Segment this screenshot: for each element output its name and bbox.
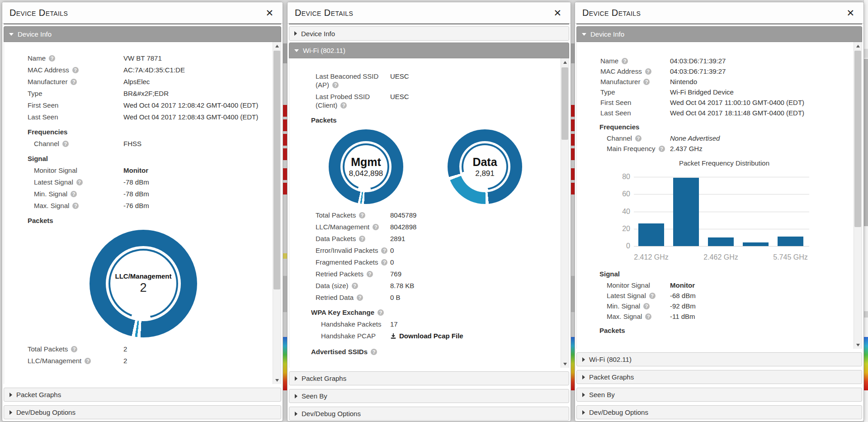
field-row: MAC Address?AC:7A:4D:35:C1:DE	[4, 66, 281, 74]
accordion-packet-graphs[interactable]: Packet Graphs	[576, 370, 862, 384]
help-icon[interactable]: ?	[381, 247, 387, 254]
help-icon[interactable]: ?	[373, 224, 379, 230]
scroll-up-icon[interactable]	[273, 42, 281, 50]
close-icon[interactable]: ✕	[844, 7, 856, 19]
field-value: -92 dBm	[670, 302, 862, 310]
help-icon[interactable]: ?	[381, 259, 387, 266]
field-value: 769	[390, 270, 569, 278]
field-label: Retried Packets?	[289, 270, 390, 278]
field-value: 8042898	[390, 223, 569, 231]
wifi-content: Last Beaconed SSID (AP)?UESCLast Probed …	[289, 58, 569, 368]
field-value: UESC	[390, 92, 569, 109]
help-icon[interactable]: ?	[62, 141, 69, 147]
accordion-packet-graphs[interactable]: Packet Graphs	[4, 388, 281, 402]
field-value: 0 B	[390, 293, 569, 302]
section-header-device-info[interactable]: Device Info	[4, 26, 281, 42]
help-icon[interactable]: ?	[71, 79, 77, 85]
field-value: Wi-Fi Bridged Device	[670, 88, 862, 96]
x-axis-labels: 2.412 GHz2.462 GHz5.745 GHz	[606, 253, 809, 264]
field-value[interactable]: Download Pcap File	[390, 332, 569, 341]
help-icon[interactable]: ?	[659, 146, 665, 152]
scrollbar[interactable]	[273, 42, 281, 384]
scrollbar-thumb[interactable]	[561, 67, 568, 140]
help-icon[interactable]: ?	[635, 135, 642, 142]
help-icon[interactable]: ?	[371, 349, 377, 355]
accordion-dev-debug-options[interactable]: Dev/Debug Options	[289, 407, 569, 421]
scroll-up-icon[interactable]	[561, 58, 569, 66]
help-icon[interactable]: ?	[357, 294, 363, 301]
help-icon[interactable]: ?	[49, 55, 55, 62]
device-info-content: Name?VW BT 7871MAC Address?AC:7A:4D:35:C…	[4, 42, 281, 384]
field-label: Last Seen	[4, 113, 123, 121]
field-value: 17	[390, 320, 569, 328]
field-value: 2.437 GHz	[670, 144, 862, 153]
help-icon[interactable]: ?	[367, 271, 373, 277]
device-details-dialog-3: Device Details ✕ Device Info Name?04:03:…	[575, 2, 864, 422]
help-icon[interactable]: ?	[645, 313, 651, 320]
field-label: MAC Address?	[4, 66, 123, 74]
field-row: Latest Signal?-78 dBm	[4, 178, 281, 186]
field-row: LLC/Management?2	[4, 356, 281, 365]
accordion-dev-debug-options[interactable]: Dev/Debug Options	[4, 405, 281, 419]
scroll-down-icon[interactable]	[273, 376, 281, 384]
help-icon[interactable]: ?	[643, 79, 650, 85]
donut-label: Mgmt	[351, 156, 381, 169]
scroll-up-icon[interactable]	[854, 42, 862, 50]
section-header-device-info[interactable]: Device Info	[289, 26, 569, 41]
section-header-wifi[interactable]: Wi-Fi (802.11)	[289, 43, 569, 58]
help-icon[interactable]: ?	[332, 82, 339, 88]
group-heading: Signal	[577, 270, 862, 278]
field-label: First Seen	[4, 101, 123, 109]
close-icon[interactable]: ✕	[264, 7, 275, 19]
help-icon[interactable]: ?	[340, 102, 347, 109]
accordion-seen-by[interactable]: Seen By	[576, 388, 862, 402]
dialog-title: Device Details	[295, 8, 353, 18]
help-icon[interactable]: ?	[645, 68, 651, 75]
field-label: LLC/Management?	[289, 223, 390, 231]
accordion-wi-fi-802-11-[interactable]: Wi-Fi (802.11)	[576, 352, 862, 366]
accordion-seen-by[interactable]: Seen By	[289, 389, 569, 403]
help-icon[interactable]: ?	[622, 58, 628, 64]
help-icon[interactable]: ?	[359, 236, 365, 242]
y-axis-tick: 60	[622, 190, 630, 198]
section-header-device-info[interactable]: Device Info	[576, 26, 862, 42]
field-label: Name?	[577, 57, 670, 65]
help-icon[interactable]: ?	[649, 293, 656, 299]
help-icon[interactable]: ?	[643, 303, 650, 309]
y-axis-tick: 80	[622, 173, 630, 181]
help-icon[interactable]: ?	[377, 309, 384, 316]
help-icon[interactable]: ?	[72, 67, 79, 73]
field-row: Monitor SignalMonitor	[577, 281, 862, 289]
scrollbar[interactable]	[561, 58, 569, 368]
packet-donuts-block: Mgmt 8,042,898 Data 2,891	[289, 128, 569, 211]
help-icon[interactable]: ?	[71, 346, 77, 352]
help-icon[interactable]: ?	[76, 179, 83, 185]
scroll-down-icon[interactable]	[854, 341, 862, 349]
field-row: Manufacturer?Nintendo	[577, 77, 862, 86]
help-icon[interactable]: ?	[359, 212, 365, 218]
scrollbar-thumb[interactable]	[854, 51, 861, 227]
close-icon[interactable]: ✕	[552, 7, 563, 19]
help-icon[interactable]: ?	[85, 358, 91, 364]
help-icon[interactable]: ?	[72, 203, 79, 209]
field-row: Min. Signal?-92 dBm	[577, 302, 862, 310]
field-row: Max. Signal?-76 dBm	[4, 201, 281, 210]
x-axis-tick: 2.412 GHz	[634, 253, 668, 261]
scroll-down-icon[interactable]	[561, 360, 569, 368]
scrollbar[interactable]	[854, 42, 862, 349]
x-axis-tick: 5.745 GHz	[773, 253, 807, 261]
field-row: Name?VW BT 7871	[4, 54, 281, 62]
field-row: Data (size)?8.78 KB	[289, 281, 569, 290]
dialog-body: Device Info Wi-Fi (802.11) Last Beaconed…	[289, 24, 569, 421]
accordion-packet-graphs[interactable]: Packet Graphs	[289, 371, 569, 385]
group-heading: Packets	[289, 116, 569, 124]
field-label: Handshake PCAP	[289, 332, 390, 341]
field-value: 04:03:D6:71:39:27	[670, 57, 862, 65]
help-icon[interactable]: ?	[352, 283, 358, 289]
field-row: Latest Signal?-68 dBm	[577, 291, 862, 300]
field-value: Wed Oct 04 2017 12:08:42 GMT-0400 (EDT)	[123, 101, 264, 109]
scrollbar-thumb[interactable]	[274, 51, 280, 289]
field-value: 2891	[390, 234, 569, 243]
help-icon[interactable]: ?	[71, 191, 77, 197]
accordion-dev-debug-options[interactable]: Dev/Debug Options	[576, 405, 862, 419]
